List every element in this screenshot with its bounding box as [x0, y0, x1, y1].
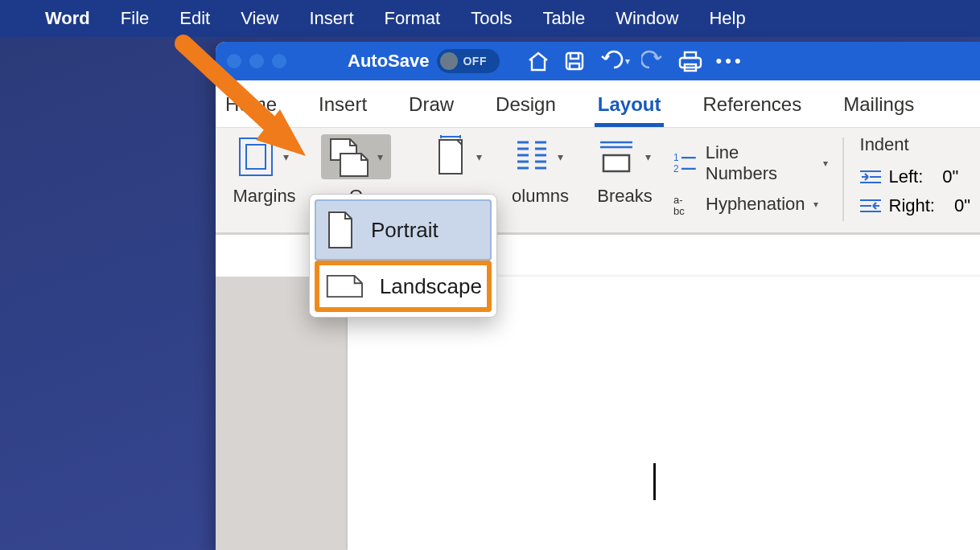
menu-insert[interactable]: Insert	[309, 8, 353, 29]
indent-title: Indent	[860, 134, 970, 155]
svg-rect-4	[240, 138, 272, 175]
home-icon[interactable]	[525, 49, 551, 73]
chevron-down-icon: ▾	[280, 150, 292, 163]
menu-format[interactable]: Format	[385, 8, 441, 29]
chevron-down-icon: ▾	[823, 158, 828, 169]
undo-button[interactable]: ▾	[598, 50, 630, 72]
word-window: AutoSave OFF ▾ ••• Home Insert Draw Desi…	[216, 42, 980, 550]
tab-layout[interactable]: Layout	[595, 87, 665, 127]
indent-right-icon	[860, 197, 881, 215]
svg-rect-2	[685, 52, 696, 58]
group-breaks: ▾ Breaks	[581, 134, 669, 224]
print-icon[interactable]	[677, 49, 704, 73]
group-line-hyphen: 12 Line Numbers ▾ a-bc Hyphenation ▾	[673, 134, 836, 224]
titlebar: AutoSave OFF ▾ •••	[216, 42, 980, 80]
menu-app-name[interactable]: Word	[45, 8, 90, 29]
tab-references[interactable]: References	[699, 87, 805, 127]
size-icon	[433, 135, 468, 179]
window-close[interactable]	[227, 54, 241, 68]
more-icon[interactable]: •••	[715, 51, 743, 72]
tab-insert[interactable]: Insert	[315, 87, 370, 127]
orientation-landscape[interactable]: Landscape	[315, 261, 492, 312]
svg-text:1: 1	[673, 152, 679, 163]
landscape-label: Landscape	[380, 274, 482, 299]
breaks-label: Breaks	[597, 186, 652, 207]
columns-icon	[514, 138, 550, 176]
svg-rect-1	[680, 58, 701, 68]
tab-mailings[interactable]: Mailings	[840, 87, 917, 127]
menu-help[interactable]: Help	[709, 8, 745, 29]
orientation-icon	[326, 134, 369, 179]
columns-label-partial: olumns	[512, 186, 569, 207]
menu-window[interactable]: Window	[616, 8, 678, 29]
ribbon-layout: ▾ Margins ▾ O ▾ .	[216, 127, 980, 235]
toggle-knob	[440, 52, 458, 70]
svg-rect-6	[439, 140, 462, 174]
orientation-dropdown: Portrait Landscape	[309, 194, 497, 318]
menu-view[interactable]: View	[241, 8, 278, 29]
svg-text:2: 2	[673, 163, 679, 174]
window-zoom[interactable]	[272, 54, 286, 68]
autosave-label: AutoSave	[348, 51, 429, 72]
indent-right-value[interactable]: 0"	[943, 195, 970, 216]
menu-file[interactable]: File	[121, 8, 149, 29]
orientation-portrait[interactable]: Portrait	[315, 199, 492, 261]
menu-edit[interactable]: Edit	[179, 8, 210, 29]
indent-left-icon	[860, 168, 881, 186]
portrait-label: Portrait	[371, 218, 439, 243]
divider	[842, 138, 844, 221]
chevron-down-icon: ▾	[642, 150, 654, 163]
tab-design[interactable]: Design	[492, 87, 559, 127]
group-margins: ▾ Margins	[222, 134, 307, 224]
menu-tools[interactable]: Tools	[471, 8, 512, 29]
portrait-icon	[324, 209, 356, 251]
window-controls	[227, 54, 286, 68]
margins-icon	[237, 135, 275, 179]
margins-button[interactable]: ▾ Margins	[232, 134, 297, 207]
hyphenation-button[interactable]: a-bc Hyphenation ▾	[673, 192, 828, 216]
tab-home[interactable]: Home	[222, 87, 280, 127]
columns-button[interactable]: ▾ olumns	[509, 134, 571, 207]
breaks-button[interactable]: ▾ Breaks	[591, 134, 659, 207]
window-minimize[interactable]	[249, 54, 264, 68]
indent-right-label: Right:	[889, 195, 935, 216]
indent-left-row: Left: 0"	[860, 166, 970, 187]
tab-draw[interactable]: Draw	[406, 87, 457, 127]
svg-text:bc: bc	[673, 205, 685, 216]
text-cursor	[653, 463, 656, 500]
ribbon-tabs: Home Insert Draw Design Layout Reference…	[216, 80, 980, 127]
document-area	[216, 277, 980, 550]
svg-rect-5	[246, 145, 266, 169]
hyphenation-label: Hyphenation	[706, 194, 805, 215]
breaks-icon	[595, 138, 637, 176]
svg-rect-7	[603, 155, 629, 171]
indent-left-value[interactable]: 0"	[931, 166, 958, 187]
landscape-icon	[324, 270, 365, 302]
margins-label: Margins	[233, 186, 295, 207]
macos-menubar: Word File Edit View Insert Format Tools …	[0, 0, 980, 37]
line-numbers-label: Line Numbers	[706, 142, 815, 184]
chevron-down-icon: ▾	[374, 150, 386, 163]
line-numbers-button[interactable]: 12 Line Numbers ▾	[673, 142, 828, 184]
chevron-down-icon: ▾	[813, 199, 818, 210]
redo-button[interactable]	[641, 50, 665, 72]
indent-right-row: Right: 0"	[860, 195, 970, 216]
line-numbers-icon: 12	[673, 151, 698, 175]
document-page[interactable]	[348, 277, 980, 550]
group-columns: ▾ olumns	[500, 134, 581, 224]
chevron-down-icon: ▾	[554, 150, 566, 163]
autosave: AutoSave OFF	[348, 49, 500, 73]
hyphenation-icon: a-bc	[673, 192, 698, 216]
save-icon[interactable]	[562, 49, 587, 73]
chevron-down-icon: ▾	[473, 150, 485, 163]
autosave-state: OFF	[463, 55, 487, 68]
autosave-toggle[interactable]: OFF	[437, 49, 500, 73]
indent-left-label: Left:	[889, 166, 924, 187]
menu-table[interactable]: Table	[543, 8, 586, 29]
group-indent: Indent Left: 0" Right: 0"	[850, 134, 980, 224]
chevron-down-icon: ▾	[625, 55, 630, 67]
svg-text:a-: a-	[673, 194, 683, 206]
